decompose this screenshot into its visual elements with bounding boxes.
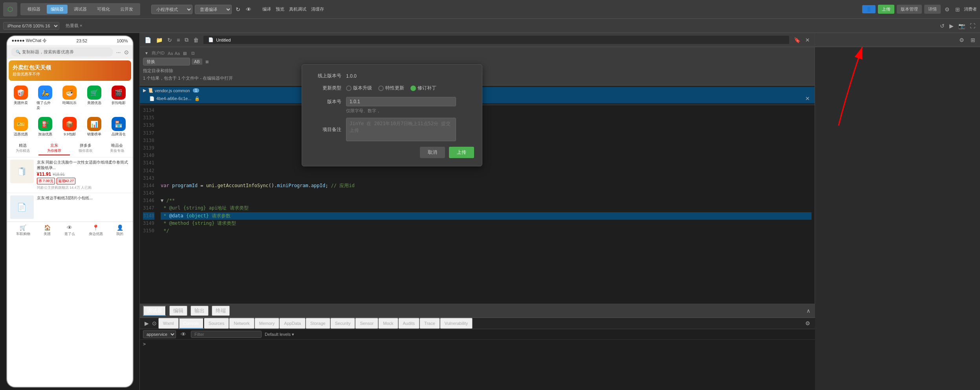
refresh-tree-btn[interactable]: ↻	[166, 36, 174, 44]
section-vip[interactable]: 唯品会	[103, 143, 132, 148]
mode-select[interactable]: 小程序模式	[151, 5, 192, 14]
detail-btn[interactable]: 详情	[924, 5, 941, 14]
refresh-btn[interactable]: ↻	[234, 5, 242, 13]
section-jd[interactable]: 京东	[40, 143, 69, 148]
right-settings-btn[interactable]: ⚙	[958, 36, 966, 44]
devtools-inspect-btn[interactable]: ⊙	[150, 319, 158, 327]
devtools-tab-sources[interactable]: Sources	[204, 318, 229, 329]
devtools-settings-btn[interactable]: ⚙	[804, 319, 812, 327]
devtools-tab-security[interactable]: Security	[330, 318, 355, 329]
close-file-btn[interactable]: ✕	[804, 95, 811, 102]
font-icon-btn[interactable]: ⊠	[204, 59, 210, 65]
phone-product-1[interactable]: 🧻 京东 同龄公主洗脸巾一次性女适面巾纸绵柔巾卷筒式擦脸纸孕... ¥11.91…	[7, 157, 133, 193]
close-tab-btn[interactable]: ✕	[804, 36, 811, 44]
section-jingxuan[interactable]: 精选	[8, 143, 37, 148]
debug-tab-output[interactable]: 输出	[191, 306, 209, 316]
phone-search-bar[interactable]: 🔍 复制标题，搜索购蓄优惠券	[11, 47, 113, 56]
hot-reload-label[interactable]: 热重载 ×	[64, 22, 84, 29]
devtools-tab-trace[interactable]: Trace	[419, 318, 440, 329]
debug-tab-debugger[interactable]: 调试器	[143, 306, 166, 316]
radio-patch[interactable]: 修订补丁	[410, 85, 436, 91]
fullscreen-btn[interactable]: ⛶	[968, 22, 977, 30]
dialog-submit-btn[interactable]: 上传	[449, 147, 474, 158]
collapse-search-btn[interactable]: ▼	[143, 50, 150, 56]
phone-icon-brand[interactable]: 🏪 品牌清仓	[110, 117, 127, 137]
phone-icon-rank[interactable]: 📊 销量榜单	[86, 117, 103, 137]
phone-icon-food[interactable]: 🍜 吃喝玩乐	[61, 86, 78, 111]
nav-discover[interactable]: 👁 逛了么	[64, 224, 75, 237]
phone-icon-movie[interactable]: 🎬 折扣电影	[110, 86, 127, 111]
search-input[interactable]	[143, 58, 190, 66]
rotate-btn[interactable]: ↺	[938, 22, 946, 30]
phone-menu-dots[interactable]: ···	[116, 49, 121, 55]
devtools-tab-network[interactable]: Network	[229, 318, 254, 329]
upload-top-btn[interactable]: 上传	[878, 5, 894, 14]
product1-img: 🧻	[10, 160, 34, 183]
visual-btn[interactable]: 可视化	[93, 5, 114, 14]
devtools-tab-mock[interactable]: Mock	[378, 318, 398, 329]
bookmark-btn[interactable]: 🔖	[792, 36, 802, 44]
nav-meituan[interactable]: 🏠 美团	[44, 224, 51, 237]
phone-product-2[interactable]: 📄 京东 维达手帕纸3层8片小包纸...	[7, 193, 133, 222]
right-expand-btn[interactable]: ⊞	[969, 36, 977, 44]
nav-shopping[interactable]: 🛒 车联购物	[16, 224, 30, 237]
nav-me[interactable]: 👤 我的	[116, 224, 123, 237]
filter-input[interactable]	[191, 331, 262, 338]
compile-select[interactable]: 普通编译	[195, 5, 232, 14]
phone-icon-express[interactable]: 📦 9.9包邮	[61, 117, 78, 137]
debug-tab-edit[interactable]: 编辑	[169, 306, 187, 316]
console-content: >	[140, 340, 815, 390]
phone-icon-coupon[interactable]: 🎫 适惠优惠	[12, 117, 29, 137]
devtools-tab-sensor[interactable]: Sensor	[355, 318, 378, 329]
user-icon-btn[interactable]: 👤	[862, 5, 876, 13]
phone-scan-icon[interactable]: ⊙	[124, 49, 129, 55]
devtools-expand-btn[interactable]: ▶	[143, 319, 150, 327]
editor-btn[interactable]: 编辑器	[47, 5, 68, 14]
devtools-tab-vulnerability[interactable]: Vulnerability	[440, 318, 473, 329]
devtools-tab-wxml[interactable]: Wxml	[158, 318, 179, 329]
debugger-btn[interactable]: 调试器	[70, 5, 91, 14]
devtools-tab-memory[interactable]: Memory	[255, 318, 280, 329]
devtools-tab-console[interactable]: Console	[179, 318, 204, 329]
devtools-tab-appdata[interactable]: AppData	[279, 318, 306, 329]
code-line-3144: var programId = uni.getAccountInfoSync()…	[161, 182, 811, 190]
default-levels[interactable]: Default levels ▾	[265, 332, 294, 337]
replace-file-btn[interactable]: ⊡	[190, 50, 196, 56]
copy-path-btn[interactable]: ⧉	[183, 36, 190, 44]
version-manage-btn[interactable]: 版本管理	[897, 5, 922, 14]
project-note-input[interactable]	[346, 118, 456, 141]
section-pdd[interactable]: 拼多多	[71, 143, 100, 148]
settings-icon-btn[interactable]: ⚙	[943, 5, 951, 13]
new-file-btn[interactable]: 📄	[143, 36, 153, 44]
debug-tab-terminal[interactable]: 终端	[212, 306, 230, 316]
play-btn[interactable]: ▶	[948, 22, 955, 30]
phone-icon-gas[interactable]: ⛽ 加油优惠	[37, 117, 54, 137]
collapse-btn[interactable]: ≡	[175, 36, 181, 44]
phone-icon-elem[interactable]: 🛵 饿了么外卖	[37, 86, 54, 111]
screenshot-btn[interactable]: 📷	[957, 22, 967, 30]
delete-btn[interactable]: 🗑	[192, 36, 200, 44]
phone-icon-youxuan[interactable]: 🛒 美团优选	[86, 86, 103, 111]
simulator-btn[interactable]: 模拟器	[24, 5, 44, 14]
expand-icon-btn[interactable]: ⊞	[954, 5, 962, 13]
more-btn[interactable]: ▤	[181, 50, 188, 56]
section-jd-sub: 为你推荐	[40, 148, 69, 153]
console-prompt[interactable]: >	[143, 341, 146, 347]
replace-input[interactable]: AB	[192, 58, 202, 65]
devtools-collapse-btn[interactable]: ∧	[805, 307, 812, 315]
radio-version-upgrade[interactable]: 版本升级	[346, 85, 372, 91]
devtools-tab-audits[interactable]: Audits	[398, 318, 420, 329]
device-select[interactable]: iPhone 6/7/8 100% 16	[3, 22, 59, 30]
untitled-tab[interactable]: 📄 Untitled	[203, 36, 789, 44]
devtools-tab-storage[interactable]: Storage	[306, 318, 330, 329]
dialog-cancel-btn[interactable]: 取消	[420, 147, 445, 158]
nav-nearby[interactable]: 📍 身边优惠	[89, 224, 103, 237]
phone-icon-meituan[interactable]: 🥡 美团外卖	[12, 86, 29, 111]
service-select[interactable]: appservice	[143, 330, 176, 338]
new-folder-btn[interactable]: 📁	[154, 36, 164, 44]
filter-eye-btn[interactable]: 👁	[179, 330, 188, 338]
radio-feature-update[interactable]: 特性更新	[378, 85, 404, 91]
version-number-input[interactable]	[346, 97, 456, 106]
cloud-btn[interactable]: 云开发	[116, 5, 137, 14]
preview-icon-btn[interactable]: 👁	[244, 5, 253, 13]
